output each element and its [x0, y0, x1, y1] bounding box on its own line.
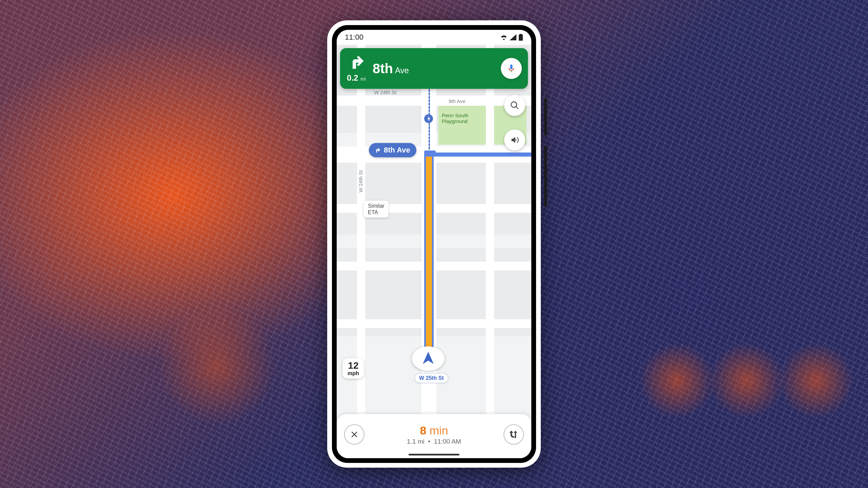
turn-corner	[424, 150, 436, 157]
nav-arrow-icon	[420, 350, 436, 367]
speed-indicator: 12 mph	[343, 358, 364, 379]
status-bar: 11:00	[337, 30, 531, 45]
status-time: 11:00	[345, 33, 363, 42]
mic-icon	[507, 64, 516, 73]
close-button[interactable]	[344, 424, 364, 445]
street-label: W 24th St	[374, 89, 396, 95]
turn-right-icon	[348, 54, 364, 70]
turn-right-icon	[374, 146, 381, 154]
eta-value: 8	[420, 424, 426, 437]
alt-routes-icon	[509, 430, 518, 439]
map-canvas[interactable]: Penn South Playground 9th Ave W 24th St …	[337, 45, 531, 458]
pedestrian-icon	[424, 114, 433, 123]
turn-pill[interactable]: 8th Ave	[369, 143, 416, 157]
speed-value: 12	[348, 361, 359, 370]
street-label: W 24th St	[358, 170, 363, 192]
direction-arrow: 0.2 mi	[346, 54, 367, 83]
route-segment-orange	[426, 152, 432, 369]
direction-distance: 0.2	[347, 73, 358, 82]
wifi-icon	[500, 34, 508, 40]
direction-street: 8thAve	[373, 61, 409, 76]
bottom-sheet[interactable]: 8 min 1.1 mi • 11:00 AM	[337, 414, 531, 458]
phone-side-button	[544, 98, 547, 136]
direction-street-main: 8th	[373, 61, 393, 76]
search-button[interactable]	[504, 95, 525, 116]
status-icons	[500, 34, 523, 41]
close-icon	[350, 430, 359, 439]
home-indicator	[409, 454, 459, 455]
direction-street-suffix: Ave	[395, 66, 409, 75]
speed-unit: mph	[348, 370, 359, 377]
current-street-pill: W 25th St	[415, 373, 448, 383]
turn-pill-label: 8th Ave	[384, 146, 410, 155]
sound-button[interactable]	[504, 129, 525, 150]
current-position[interactable]	[412, 346, 445, 371]
battery-icon	[518, 34, 523, 41]
signal-icon	[510, 34, 516, 40]
phone-mockup: 11:00 Penn South Playground	[327, 20, 541, 468]
park-label: Penn South Playground	[442, 113, 468, 124]
direction-distance-unit: mi	[360, 76, 366, 82]
direction-panel[interactable]: 0.2 mi 8thAve	[340, 48, 528, 89]
phone-screen: 11:00 Penn South Playground	[337, 30, 531, 458]
street-label: 9th Ave	[449, 98, 466, 104]
search-icon	[510, 101, 519, 110]
eta-arrival: 11:00 AM	[434, 438, 461, 445]
similar-eta-tip[interactable]: Similar ETA	[364, 201, 389, 218]
volume-icon	[510, 135, 519, 145]
eta-unit: min	[430, 424, 448, 437]
route-segment-blue	[433, 152, 531, 157]
phone-side-button	[544, 146, 547, 207]
eta-distance: 1.1 mi	[407, 438, 425, 445]
voice-search-button[interactable]	[501, 58, 522, 79]
routes-button[interactable]	[504, 424, 524, 445]
eta-summary[interactable]: 8 min 1.1 mi • 11:00 AM	[407, 424, 461, 445]
